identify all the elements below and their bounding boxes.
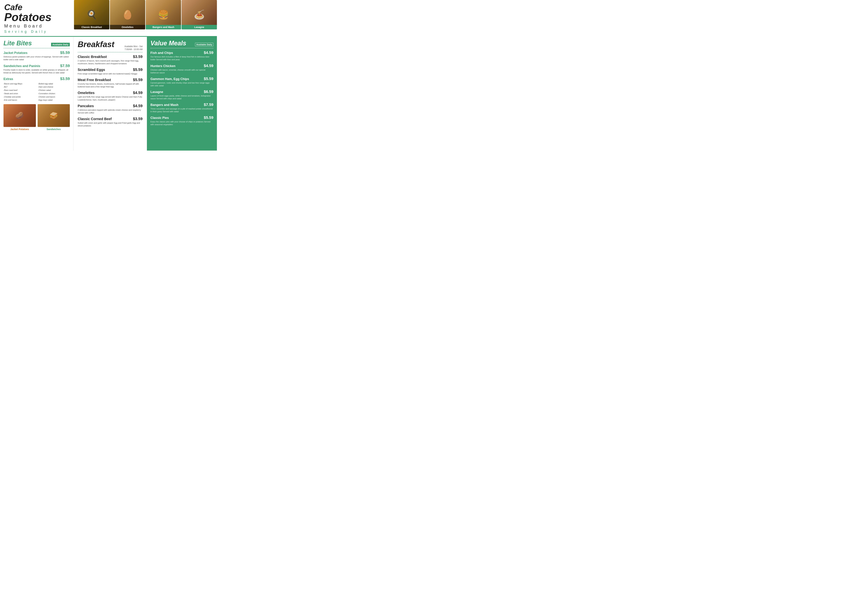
item-desc-pancakes: 2 delicious pancakes topped with splenda… — [78, 109, 143, 114]
extra-item: -Bacon and egg Mayo — [3, 82, 35, 85]
item-name-extras: Extras — [3, 77, 13, 81]
header-img-omelettes: 🥚 Omelettes — [109, 0, 145, 36]
menu-item-fish-chips: Fish and Chips $4.59 Our famous dish inc… — [150, 50, 214, 61]
extra-item: -Rare roast beef — [3, 89, 35, 92]
menu-item-extras: Extras $3.59 -Bacon and egg Mayo -BLT -R… — [3, 76, 70, 102]
extra-item: -Steak and onion — [3, 92, 35, 95]
item-name-fish-chips: Fish and Chips — [150, 51, 173, 55]
item-price-bangers-mash: $7.59 — [204, 103, 214, 107]
item-name-classic-breakfast: Classic Breakfast — [78, 55, 107, 59]
item-desc-lasagne: Layers of fresh eggs pasta, white cheese… — [150, 94, 214, 100]
breakfast-time-line2: 7:00AM - 10:00 AM — [124, 48, 143, 51]
bottom-img-sandwiches: 🥪 Sandwiches — [37, 104, 70, 131]
extra-item: -Ham and cheese — [38, 85, 70, 89]
bottom-label-sandwiches: Sandwiches — [37, 128, 70, 131]
item-price-meat-free: $5.59 — [133, 78, 143, 82]
breakfast-section: Breakfast Available Mon - Sat 7:00AM - 1… — [73, 37, 147, 151]
logo-cafe: Cafe — [4, 3, 69, 12]
item-price-pancakes: $4.59 — [133, 104, 143, 108]
item-price-sandwiches: $7.59 — [60, 64, 70, 68]
item-name-scrambled-eggs: Scrambled Eggs — [78, 68, 105, 72]
bottom-img-jacket-potatoes: 🥔 Jacket Potatoes — [3, 104, 36, 131]
breakfast-times: Available Mon - Sat 7:00AM - 10:00 AM — [124, 45, 143, 51]
menu-item-lasagne: Lasagne $6.59 Layers of fresh eggs pasta… — [150, 89, 214, 100]
bottom-label-jacket-potatoes: Jacket Potatoes — [3, 128, 36, 131]
item-name-corned-beef: Classic Corned Beef — [78, 117, 112, 121]
item-desc-meat-free: Crunchy has browns, beans, mushrooms, ha… — [78, 82, 143, 88]
item-desc-fish-chips: Our famous dish includes a fillet of dee… — [150, 55, 214, 61]
main-content: Lite Bites Available Daily Jacket Potato… — [0, 37, 217, 151]
menu-item-hunters-chicken: Hunters Chicken $4.59 Chicken with bacon… — [150, 64, 214, 74]
item-name-sandwiches: Sandwiches and Paninis — [3, 64, 40, 68]
logo-potatoes: Potatoes — [4, 12, 69, 23]
item-name-hunters-chicken: Hunters Chicken — [150, 64, 175, 68]
item-name-omelettes: Omelettes — [78, 91, 95, 95]
item-price-hunters-chicken: $4.59 — [204, 64, 214, 68]
item-name-meat-free: Meat Free Breakfast — [78, 78, 111, 82]
value-meals-title: Value Meals — [150, 40, 186, 47]
menu-item-corned-beef: Classic Corned Beef $3.59 Sutted with on… — [78, 117, 143, 127]
item-desc-scrambled-eggs: Free-range scrambled eggs serve with ric… — [78, 72, 143, 75]
extras-col-1: -Bacon and egg Mayo -BLT -Rare roast bee… — [3, 82, 35, 102]
extra-item: -BLT — [3, 85, 35, 89]
item-price-jacket-potatoes: $5.59 — [60, 50, 70, 55]
menu-item-classic-pies: Classic Pies $5.59 Enjoy the classic pie… — [150, 115, 214, 126]
extra-item: -Egg mayo salad — [38, 98, 70, 102]
header-img-lasagne: 🍝 Lasagne — [181, 0, 217, 36]
lite-bites-bottom-images: 🥔 Jacket Potatoes 🥪 Sandwiches — [3, 104, 70, 131]
header-img-classic-breakfast: 🍳 Classic Breakfast — [73, 0, 109, 36]
breakfast-title: Breakfast — [78, 40, 115, 49]
menu-item-jacket-potatoes: Jacket Potatoes $5.59 Delicious jacket p… — [3, 50, 70, 61]
extras-list: -Bacon and egg Mayo -BLT -Rare roast bee… — [3, 82, 70, 102]
menu-item-omelettes: Omelettes $4.59 Light and fluffy free ra… — [78, 90, 143, 101]
value-meals-divider — [150, 48, 214, 48]
extras-col-2: -Boiled egg salad -Ham and cheese -Chick… — [38, 82, 70, 102]
menu-item-classic-breakfast: Classic Breakfast $3.59 2 rashers of bac… — [78, 54, 143, 65]
lite-bites-divider — [3, 48, 70, 48]
logo-serving: Serving Daily — [4, 29, 69, 34]
breakfast-time-line1: Available Mon - Sat — [124, 45, 143, 48]
item-desc-bangers-mash: Three cucumber and sausage on a pile of … — [150, 107, 214, 113]
item-desc-classic-pies: Enjoy the classic pies with your choose … — [150, 120, 214, 126]
menu-item-scrambled-eggs: Scrambled Eggs $5.59 Free-range scramble… — [78, 67, 143, 75]
lite-bites-availability: Available Daily — [51, 43, 70, 47]
lite-bites-section: Lite Bites Available Daily Jacket Potato… — [0, 37, 73, 151]
item-price-scrambled-eggs: $5.59 — [133, 67, 143, 72]
extra-item: -Boiled egg salad — [38, 82, 70, 85]
item-name-pancakes: Pancakes — [78, 104, 94, 108]
item-name-lasagne: Lasagne — [150, 90, 163, 94]
header: Cafe Potatoes Menu Board Serving Daily 🍳… — [0, 0, 217, 37]
item-name-bangers-mash: Bangers and Mash — [150, 103, 178, 107]
value-meals-section: Value Meals Available Daily Fish and Chi… — [147, 37, 217, 151]
item-desc-omelettes: Light and fluffy free range egg served w… — [78, 95, 143, 101]
menu-item-sandwiches: Sandwiches and Paninis $7.59 Freshly mad… — [3, 64, 70, 74]
lite-bites-title: Lite Bites — [3, 40, 32, 47]
menu-item-gammon-ham: Gammon Ham, Egg Chips $5.59 Carved gammo… — [150, 76, 214, 87]
item-price-classic-breakfast: $3.59 — [133, 54, 143, 59]
value-meals-header: Value Meals Available Daily — [150, 40, 214, 47]
item-desc-sandwiches: Freshly made in store to order, availabl… — [3, 68, 70, 74]
item-desc-gammon-ham: Carved gammon, rustic and chunky chips a… — [150, 81, 214, 87]
item-name-classic-pies: Classic Pies — [150, 116, 169, 120]
item-price-gammon-ham: $5.59 — [204, 76, 214, 81]
breakfast-divider — [78, 52, 143, 52]
lite-bites-header: Lite Bites Available Daily — [3, 40, 70, 47]
menu-item-meat-free: Meat Free Breakfast $5.59 Crunchy has br… — [78, 78, 143, 88]
value-meals-availability: Available Daily — [195, 43, 214, 47]
logo-menu-board: Menu Board — [4, 23, 69, 29]
item-price-classic-pies: $5.59 — [204, 115, 214, 120]
extra-item: -Coronation chicken — [38, 92, 70, 95]
logo: Cafe Potatoes Menu Board Serving Daily — [0, 0, 73, 36]
menu-item-bangers-mash: Bangers and Mash $7.59 Three cucumber an… — [150, 103, 214, 113]
extra-item: -Chicken and bacon — [38, 95, 70, 99]
item-desc-jacket-potatoes: Delicious jacket potatoes with your choi… — [3, 55, 70, 61]
menu-item-pancakes: Pancakes $4.59 2 delicious pancakes topp… — [78, 104, 143, 114]
item-price-extras: $3.59 — [60, 76, 70, 81]
item-price-omelettes: $4.59 — [133, 90, 143, 95]
header-images: 🍳 Classic Breakfast 🥚 Omelettes 🍔 Banger… — [73, 0, 217, 36]
header-label-breakfast: Classic Breakfast — [74, 25, 109, 30]
item-desc-hunters-chicken: Chicken with bacon, emental, cheese smoo… — [150, 68, 214, 74]
extra-item: -Erie and bacon — [3, 98, 35, 102]
extra-item: -Chicken salad — [38, 89, 70, 92]
item-name-jacket-potatoes: Jacket Potatoes — [3, 51, 28, 55]
